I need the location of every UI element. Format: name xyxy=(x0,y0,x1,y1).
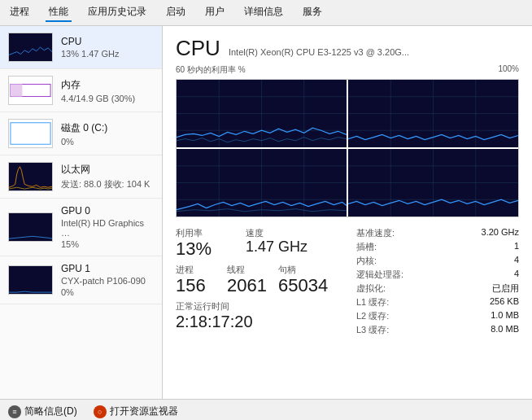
menu-performance[interactable]: 性能 xyxy=(46,3,72,22)
left-stats: 利用率 速度 13% 1.47 GHz xyxy=(176,227,356,338)
sockets-row: 插槽: 1 xyxy=(356,241,519,253)
monitor-label: 打开资源监视器 xyxy=(110,405,178,418)
cpu-model: Intel(R) Xeon(R) CPU E3-1225 v3 @ 3.20G.… xyxy=(229,47,409,57)
gpu0-subtitle2: 15% xyxy=(61,239,154,249)
sockets-label: 插槽: xyxy=(356,241,413,253)
stats-section: 利用率 速度 13% 1.47 GHz xyxy=(176,227,519,338)
l1-value: 256 KB xyxy=(490,296,519,308)
disk-info: 磁盘 0 (C:) 0% xyxy=(61,121,154,147)
summary-label: 简略信息(D) xyxy=(24,405,77,418)
base-speed-label: 基准速度: xyxy=(356,227,413,239)
summary-button[interactable]: ≡ 简略信息(D) xyxy=(8,405,77,418)
base-speed-value: 3.20 GHz xyxy=(482,227,519,239)
right-info-panel: 基准速度: 3.20 GHz 插槽: 1 内核: 4 逻辑处理器: 4 虚拟化: xyxy=(356,227,519,338)
stat-labels-row2: 进程 线程 句柄 xyxy=(176,264,356,276)
page-title: CPU xyxy=(176,36,220,61)
gpu0-subtitle: Intel(R) HD Graphics … xyxy=(61,218,154,238)
memory-subtitle: 4.4/14.9 GB (30%) xyxy=(61,94,154,103)
stat-values-row1: 13% 1.47 GHz xyxy=(176,239,356,259)
gpu1-subtitle: CYX-patch P106-090 xyxy=(61,276,154,286)
gpu1-thumbnail xyxy=(8,265,53,295)
utilization-value: 13% xyxy=(176,239,233,259)
main-layout: CPU 13% 1.47 GHz 内存 4.4/14.9 GB (30%) xyxy=(0,26,532,399)
runtime-value: 2:18:17:20 xyxy=(176,313,356,330)
cpu-chart-grid xyxy=(176,79,519,217)
monitor-button[interactable]: ○ 打开资源监视器 xyxy=(94,405,178,418)
chart-label-right: 100% xyxy=(498,64,519,76)
l2-row: L2 缓存: 1.0 MB xyxy=(356,310,519,322)
menu-bar: 进程 性能 应用历史记录 启动 用户 详细信息 服务 xyxy=(0,0,532,26)
cores-value: 4 xyxy=(514,255,519,267)
sidebar-item-disk[interactable]: 磁盘 0 (C:) 0% xyxy=(0,112,162,155)
logical-label: 逻辑处理器: xyxy=(356,269,413,281)
bottom-bar: ≡ 简略信息(D) ○ 打开资源监视器 xyxy=(0,399,532,420)
utilization-label: 利用率 xyxy=(176,227,233,239)
cpu-info: CPU 13% 1.47 GHz xyxy=(61,36,154,59)
memory-title: 内存 xyxy=(61,78,154,92)
threads-value: 2061 xyxy=(227,276,272,295)
processes-value: 156 xyxy=(176,276,220,295)
gpu0-info: GPU 0 Intel(R) HD Graphics … 15% xyxy=(61,205,154,249)
runtime-block: 正常运行时间 2:18:17:20 xyxy=(176,300,356,330)
memory-thumbnail xyxy=(8,76,53,105)
cpu-chart-3 xyxy=(177,149,347,217)
cpu-title: CPU xyxy=(61,36,154,47)
cores-row: 内核: 4 xyxy=(356,255,519,267)
gpu0-thumbnail xyxy=(8,212,53,242)
sidebar-item-ethernet[interactable]: 以太网 发送: 88.0 接收: 104 K xyxy=(0,155,162,199)
base-speed-row: 基准速度: 3.20 GHz xyxy=(356,227,519,239)
memory-info: 内存 4.4/14.9 GB (30%) xyxy=(61,78,154,103)
monitor-icon: ○ xyxy=(94,405,107,418)
l3-row: L3 缓存: 8.0 MB xyxy=(356,324,519,336)
chart-label-row: 60 秒内的利用率 % 100% xyxy=(176,64,519,76)
threads-label: 线程 xyxy=(227,264,272,276)
l1-label: L1 缓存: xyxy=(356,296,413,308)
menu-details[interactable]: 详细信息 xyxy=(241,3,286,22)
speed-value: 1.47 GHz xyxy=(246,239,327,256)
content-header: CPU Intel(R) Xeon(R) CPU E3-1225 v3 @ 3.… xyxy=(176,36,519,61)
ethernet-info: 以太网 发送: 88.0 接收: 104 K xyxy=(61,163,154,190)
disk-thumbnail xyxy=(8,119,53,148)
sidebar: CPU 13% 1.47 GHz 内存 4.4/14.9 GB (30%) xyxy=(0,26,163,399)
virt-label: 虚拟化: xyxy=(356,282,413,295)
logical-value: 4 xyxy=(514,269,519,281)
ethernet-title: 以太网 xyxy=(61,163,154,177)
cpu-chart-4 xyxy=(348,149,518,217)
l3-value: 8.0 MB xyxy=(491,324,519,336)
stat-labels-row1: 利用率 速度 xyxy=(176,227,356,239)
ethernet-thumbnail xyxy=(8,162,53,191)
cpu-subtitle: 13% 1.47 GHz xyxy=(61,49,154,59)
svg-rect-0 xyxy=(9,33,52,61)
menu-users[interactable]: 用户 xyxy=(202,3,228,22)
processes-label: 进程 xyxy=(176,264,220,276)
l3-label: L3 缓存: xyxy=(356,324,413,336)
runtime-label: 正常运行时间 xyxy=(176,300,356,313)
menu-processes[interactable]: 进程 xyxy=(7,3,33,22)
menu-app-history[interactable]: 应用历史记录 xyxy=(85,3,150,22)
gpu1-subtitle2: 0% xyxy=(61,287,154,297)
gpu1-info: GPU 1 CYX-patch P106-090 0% xyxy=(61,263,154,297)
virt-row: 虚拟化: 已启用 xyxy=(356,282,519,295)
sidebar-item-memory[interactable]: 内存 4.4/14.9 GB (30%) xyxy=(0,69,162,112)
svg-rect-3 xyxy=(11,84,22,96)
sidebar-item-gpu0[interactable]: GPU 0 Intel(R) HD Graphics … 15% xyxy=(0,199,162,256)
gpu0-title: GPU 0 xyxy=(61,205,154,217)
sidebar-item-gpu1[interactable]: GPU 1 CYX-patch P106-090 0% xyxy=(0,256,162,304)
cpu-chart-2 xyxy=(348,80,518,147)
summary-icon: ≡ xyxy=(8,405,21,418)
gpu1-title: GPU 1 xyxy=(61,263,154,274)
logical-row: 逻辑处理器: 4 xyxy=(356,269,519,281)
menu-startup[interactable]: 启动 xyxy=(163,3,189,22)
svg-rect-4 xyxy=(9,120,52,147)
svg-rect-8 xyxy=(9,266,52,294)
sockets-value: 1 xyxy=(514,241,519,253)
cpu-chart-1 xyxy=(177,80,347,147)
handles-value: 65034 xyxy=(278,276,331,295)
sidebar-item-cpu[interactable]: CPU 13% 1.47 GHz xyxy=(0,26,162,69)
cpu-thumbnail xyxy=(8,33,53,62)
disk-title: 磁盘 0 (C:) xyxy=(61,121,154,135)
cores-label: 内核: xyxy=(356,255,413,267)
menu-services[interactable]: 服务 xyxy=(299,3,325,22)
virt-value: 已启用 xyxy=(492,282,519,295)
l1-row: L1 缓存: 256 KB xyxy=(356,296,519,308)
